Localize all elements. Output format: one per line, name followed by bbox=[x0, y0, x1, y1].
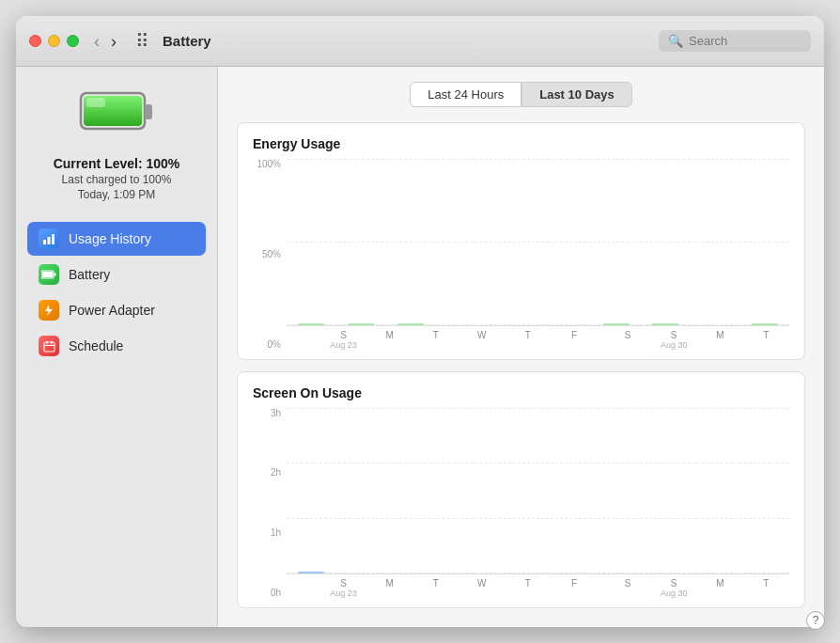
fullscreen-button[interactable] bbox=[67, 35, 79, 47]
screen-chart-title: Screen On Usage bbox=[253, 385, 789, 400]
screen-grid-lines bbox=[287, 408, 789, 574]
search-bar[interactable]: 🔍 bbox=[659, 30, 811, 52]
x-day-label: T bbox=[763, 578, 769, 588]
minimize-button[interactable] bbox=[48, 35, 60, 47]
x-label-group: T bbox=[412, 330, 459, 350]
x-day-label: W bbox=[477, 330, 486, 340]
x-label-group: SAug 23 bbox=[320, 330, 366, 350]
energy-x-labels: SAug 23MTWTFSSAug 30MT bbox=[320, 330, 789, 350]
sidebar-item-power-adapter[interactable]: Power Adapter bbox=[27, 293, 206, 327]
x-day-label: T bbox=[433, 578, 439, 588]
x-label-group: T bbox=[743, 330, 789, 350]
screen-x-labels: SAug 23MTWTFSSAug 30MT bbox=[320, 578, 789, 598]
screen-y-3h: 3h bbox=[271, 408, 281, 418]
energy-chart-title: Energy Usage bbox=[253, 136, 789, 151]
apps-grid-button[interactable]: ⠿ bbox=[135, 30, 149, 53]
help-button[interactable]: ? bbox=[806, 611, 824, 627]
x-label-group: S bbox=[605, 578, 651, 598]
screen-grid-line-mid1 bbox=[287, 463, 789, 463]
bar-group bbox=[336, 323, 386, 325]
x-day-label: T bbox=[433, 330, 439, 340]
x-day-label: S bbox=[671, 330, 677, 340]
bar-empty bbox=[348, 323, 374, 325]
energy-y-100: 100% bbox=[257, 159, 281, 169]
x-label-group: S bbox=[605, 330, 651, 350]
screen-y-0h: 0h bbox=[271, 588, 281, 598]
x-day-label: M bbox=[716, 330, 723, 340]
bar-empty bbox=[603, 323, 630, 325]
x-label-group: M bbox=[366, 330, 412, 350]
power-adapter-icon bbox=[39, 300, 59, 321]
screen-chart-card: Screen On Usage 3h 2h 1h 0h bbox=[237, 371, 805, 609]
x-day-label: M bbox=[385, 330, 393, 340]
power-adapter-label: Power Adapter bbox=[69, 303, 155, 318]
screen-y-2h: 2h bbox=[271, 467, 281, 478]
svg-rect-11 bbox=[44, 342, 54, 352]
titlebar: ‹ › ⠿ Battery 🔍 bbox=[16, 16, 824, 67]
charts-container: Energy Usage 100% 50% 0% bbox=[237, 122, 805, 608]
screen-grid-line-top bbox=[287, 408, 789, 409]
bar-empty bbox=[397, 323, 424, 325]
screen-bars-section: SAug 23MTWTFSSAug 30MT bbox=[287, 408, 789, 599]
sidebar-item-battery[interactable]: Battery bbox=[27, 258, 206, 291]
screen-x-axis: SAug 23MTWTFSSAug 30MT bbox=[287, 578, 789, 598]
battery-nav-label: Battery bbox=[69, 267, 110, 282]
svg-rect-3 bbox=[86, 98, 105, 107]
traffic-lights bbox=[29, 35, 79, 47]
schedule-icon bbox=[39, 336, 59, 356]
sidebar-item-schedule[interactable]: Schedule bbox=[27, 329, 206, 363]
x-date-label: Aug 30 bbox=[661, 340, 688, 350]
screen-chart-plot: 3h 2h 1h 0h bbox=[253, 408, 789, 599]
sidebar-item-usage-history[interactable]: Usage History bbox=[27, 222, 206, 256]
energy-y-axis: 100% 50% 0% bbox=[253, 159, 287, 350]
x-label-group: F bbox=[551, 578, 597, 598]
x-label-group: W bbox=[459, 330, 505, 350]
bar-group bbox=[287, 323, 336, 325]
x-label-group: T bbox=[412, 578, 459, 598]
schedule-label: Schedule bbox=[69, 338, 123, 353]
main-window: ‹ › ⠿ Battery 🔍 bbox=[16, 16, 824, 627]
x-day-label: T bbox=[763, 330, 769, 340]
x-label-group: M bbox=[697, 330, 743, 350]
x-day-label: S bbox=[625, 330, 631, 340]
nav-buttons: ‹ › bbox=[90, 33, 120, 50]
x-label-group: M bbox=[697, 578, 743, 598]
energy-bars-wrapper bbox=[287, 159, 789, 326]
tab-last-24h[interactable]: Last 24 Hours bbox=[410, 82, 521, 107]
grid-line-top bbox=[287, 159, 789, 160]
x-day-label: S bbox=[625, 578, 631, 588]
x-label-group: M bbox=[366, 578, 412, 598]
battery-time: Today, 1:09 PM bbox=[54, 188, 180, 201]
tab-last-10d[interactable]: Last 10 Days bbox=[521, 82, 632, 107]
bar-group bbox=[641, 323, 691, 325]
x-label-group: SAug 23 bbox=[320, 578, 366, 598]
forward-button[interactable]: › bbox=[107, 33, 120, 50]
energy-y-50: 50% bbox=[262, 249, 281, 259]
screen-y-1h: 1h bbox=[271, 527, 281, 538]
battery-charged: Last charged to 100% bbox=[54, 173, 180, 186]
x-label-group: SAug 30 bbox=[651, 330, 697, 350]
energy-chart-area: 100% 50% 0% bbox=[253, 159, 789, 350]
energy-grid-lines bbox=[287, 159, 789, 325]
window-title: Battery bbox=[163, 33, 659, 49]
screen-grid-line-mid2 bbox=[287, 518, 789, 519]
x-label-group: W bbox=[459, 578, 505, 598]
svg-rect-8 bbox=[54, 274, 56, 276]
grid-line-mid bbox=[287, 242, 789, 243]
x-day-label: M bbox=[716, 578, 723, 588]
energy-chart-card: Energy Usage 100% 50% 0% bbox=[237, 122, 805, 360]
battery-level: Current Level: 100% bbox=[54, 156, 180, 171]
main-content: Current Level: 100% Last charged to 100%… bbox=[16, 67, 824, 627]
close-button[interactable] bbox=[29, 35, 41, 47]
energy-chart-plot: 100% 50% 0% bbox=[253, 159, 789, 350]
search-input[interactable] bbox=[689, 34, 801, 48]
bar-group bbox=[287, 572, 336, 573]
screen-y-axis: 3h 2h 1h 0h bbox=[253, 408, 287, 599]
bar-group bbox=[591, 323, 641, 325]
energy-x-axis: SAug 23MTWTFSSAug 30MT bbox=[287, 330, 789, 350]
energy-y-0: 0% bbox=[268, 339, 281, 350]
back-button[interactable]: ‹ bbox=[90, 33, 103, 50]
usage-history-icon bbox=[39, 228, 59, 249]
energy-bars-section: SAug 23MTWTFSSAug 30MT bbox=[287, 159, 789, 350]
bar-empty bbox=[752, 323, 778, 325]
